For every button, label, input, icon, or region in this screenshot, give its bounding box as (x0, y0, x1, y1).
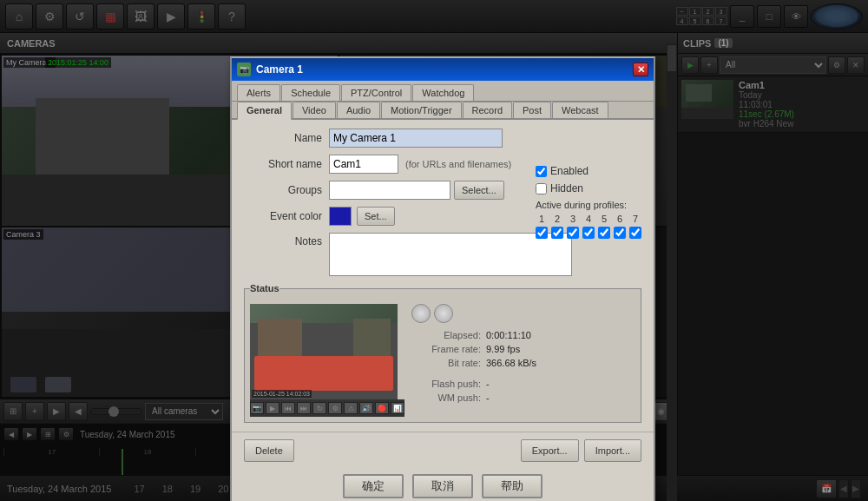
tab-ptz[interactable]: PTZ/Control (341, 84, 411, 101)
dialog-ok-row: 确定 取消 帮助 (232, 469, 654, 501)
groups-label: Groups (244, 184, 322, 196)
profile-cb-4[interactable] (582, 227, 595, 239)
cancel-button[interactable]: 取消 (412, 474, 473, 498)
event-color-swatch[interactable] (329, 207, 352, 226)
elapsed-label: Elapsed: (411, 330, 481, 340)
tab-record[interactable]: Record (463, 102, 512, 118)
profile-num-7: 7 (629, 214, 641, 224)
profile-cb-1[interactable] (536, 227, 548, 239)
status-preview-container: 2015-01-25 14:02:03 📷 ▶ ⏮ ⏭ ↻ ⚙ ⚠ 🔊 🔴 (250, 304, 404, 417)
dialog-close-button[interactable]: ✕ (633, 63, 648, 76)
bitrate-value: 366.68 kB/s (486, 358, 536, 368)
modal-overlay: 📷 Camera 1 ✕ Alerts Schedule PTZ/Control… (0, 0, 868, 501)
elapsed-value: 0:00:11:10 (486, 330, 531, 340)
tab-motion[interactable]: Motion/Trigger (381, 102, 462, 118)
framerate-value: 9.99 fps (486, 344, 520, 354)
profile-cb-2[interactable] (551, 227, 563, 239)
delete-button[interactable]: Delete (244, 439, 294, 462)
elapsed-row: Elapsed: 0:00:11:10 (411, 330, 635, 340)
framerate-label: Frame rate: (411, 344, 481, 354)
flash-label: Flash push: (411, 379, 481, 389)
flash-row: Flash push: - (411, 379, 635, 389)
profile-num-6: 6 (614, 214, 626, 224)
wm-row: WM push: - (411, 392, 635, 403)
name-label: Name (244, 132, 322, 144)
select-button[interactable]: Select... (454, 181, 504, 200)
status-section-title: Status (250, 283, 279, 293)
tab-general[interactable]: General (237, 102, 292, 120)
export-button[interactable]: Export... (521, 439, 579, 462)
dialog-tabs-bottom: General Video Audio Motion/Trigger Recor… (232, 102, 654, 120)
status-indicator-1 (411, 304, 431, 323)
hidden-checkbox[interactable] (536, 183, 547, 194)
wm-label: WM push: (411, 392, 481, 403)
bitrate-label: Bit rate: (411, 358, 481, 368)
tab-webcast[interactable]: Webcast (552, 102, 608, 118)
status-data: Elapsed: 0:00:11:10 Frame rate: 9.99 fps… (411, 304, 635, 417)
profile-num-4: 4 (582, 214, 595, 224)
bitrate-row: Bit rate: 366.68 kB/s (411, 358, 635, 368)
preview-tb-btn-5[interactable]: ↻ (312, 402, 326, 414)
preview-tb-btn-2[interactable]: ▶ (266, 402, 279, 414)
shortname-hint: (for URLs and filenames) (405, 159, 511, 169)
notes-textarea[interactable] (329, 233, 572, 276)
enabled-checkbox[interactable] (536, 166, 547, 177)
profiles-numbers: 1 2 3 4 5 6 7 (536, 214, 641, 224)
import-button[interactable]: Import... (584, 439, 641, 462)
preview-tb-btn-7[interactable]: ⚠ (344, 402, 358, 414)
tab-alerts[interactable]: Alerts (237, 84, 280, 101)
name-row: Name (244, 129, 641, 148)
shortname-input[interactable] (329, 155, 398, 174)
tab-schedule[interactable]: Schedule (281, 84, 340, 101)
preview-tb-btn-1[interactable]: 📷 (250, 402, 264, 414)
notes-row: Notes (244, 233, 641, 276)
profile-cb-6[interactable] (614, 227, 626, 239)
tab-audio[interactable]: Audio (337, 102, 380, 118)
profile-cb-7[interactable] (629, 227, 641, 239)
profile-checkboxes (536, 227, 641, 239)
tab-video[interactable]: Video (293, 102, 336, 118)
tab-watchdog[interactable]: Watchdog (412, 84, 474, 101)
tab-post[interactable]: Post (513, 102, 551, 118)
preview-tb-btn-3[interactable]: ⏮ (281, 402, 295, 414)
status-indicator-2 (434, 304, 453, 323)
help-dialog-button[interactable]: 帮助 (482, 474, 542, 498)
profile-cb-3[interactable] (567, 227, 579, 239)
profile-num-1: 1 (536, 214, 548, 224)
ok-button[interactable]: 确定 (343, 474, 404, 498)
enabled-label: Enabled (550, 165, 589, 177)
framerate-row: Frame rate: 9.99 fps (411, 344, 635, 354)
groups-input[interactable] (329, 181, 450, 200)
status-section: Status 2015-01-25 14:0 (244, 283, 641, 423)
preview-tb-btn-10[interactable]: 📊 (391, 402, 404, 414)
flash-value: - (486, 379, 490, 389)
preview-tb-btn-4[interactable]: ⏭ (297, 402, 311, 414)
status-inner: 2015-01-25 14:02:03 📷 ▶ ⏮ ⏭ ↻ ⚙ ⚠ 🔊 🔴 (250, 304, 635, 417)
status-preview: 2015-01-25 14:02:03 (250, 304, 398, 399)
shortname-label: Short name (244, 158, 322, 170)
hidden-label: Hidden (550, 182, 583, 194)
dialog-bottom-row: Delete Export... Import... (232, 432, 654, 469)
preview-toolbar: 📷 ▶ ⏮ ⏭ ↻ ⚙ ⚠ 🔊 🔴 📊 (250, 399, 404, 417)
preview-tb-btn-6[interactable]: ⚙ (328, 402, 342, 414)
profile-num-5: 5 (598, 214, 610, 224)
set-color-button[interactable]: Set... (357, 207, 395, 226)
right-options: Enabled Hidden Active during profiles: 1… (536, 165, 641, 239)
dialog-icon: 📷 (237, 63, 251, 76)
preview-tb-btn-8[interactable]: 🔊 (359, 402, 373, 414)
profile-num-3: 3 (567, 214, 579, 224)
enabled-row: Enabled (536, 165, 641, 177)
notes-label: Notes (244, 233, 322, 247)
preview-tb-btn-9[interactable]: 🔴 (375, 402, 389, 414)
wm-value: - (486, 392, 490, 403)
dialog-title: Camera 1 (256, 63, 633, 76)
name-input[interactable] (329, 129, 503, 148)
dialog-content: Name Short name (for URLs and filenames)… (232, 120, 654, 432)
hidden-row: Hidden (536, 182, 641, 194)
dialog-tabs-top: Alerts Schedule PTZ/Control Watchdog (232, 81, 654, 102)
preview-timestamp: 2015-01-25 14:02:03 (252, 390, 312, 398)
profiles-section: Active during profiles: 1 2 3 4 5 6 7 (536, 200, 641, 239)
profile-num-2: 2 (551, 214, 563, 224)
profile-cb-5[interactable] (598, 227, 610, 239)
camera-dialog: 📷 Camera 1 ✕ Alerts Schedule PTZ/Control… (230, 56, 655, 501)
